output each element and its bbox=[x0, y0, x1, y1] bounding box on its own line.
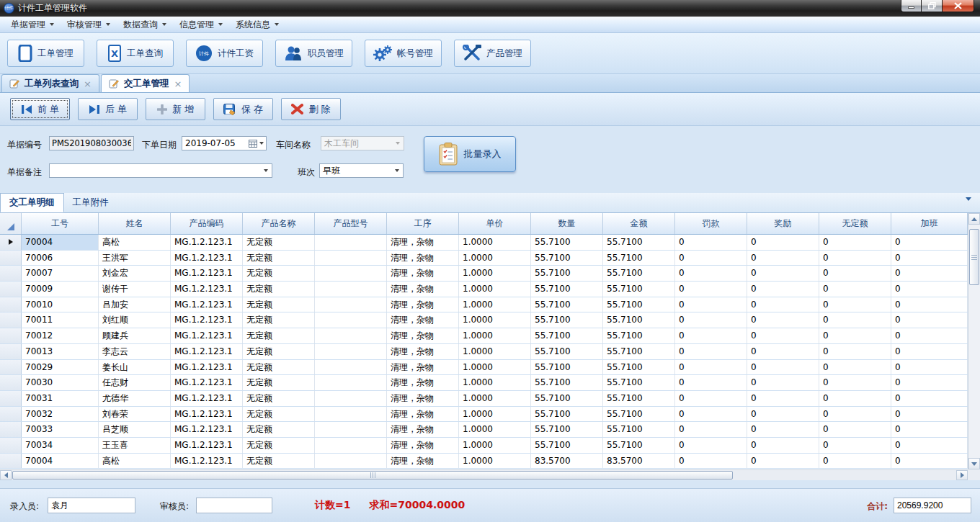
table-cell[interactable]: 0 bbox=[891, 282, 968, 297]
table-cell[interactable] bbox=[315, 282, 387, 297]
table-cell[interactable]: 清理，杂物 bbox=[387, 297, 459, 312]
table-cell[interactable]: 55.7100 bbox=[603, 422, 675, 437]
table-cell[interactable]: 无定额 bbox=[243, 407, 315, 422]
menu-item-document-mgmt[interactable]: 单据管理 bbox=[4, 17, 61, 32]
table-cell[interactable]: 0 bbox=[747, 438, 819, 453]
table-cell[interactable]: 0 bbox=[675, 297, 747, 312]
table-cell[interactable]: 0 bbox=[675, 312, 747, 328]
table-cell[interactable]: 0 bbox=[891, 407, 968, 422]
row-selector[interactable] bbox=[0, 375, 22, 390]
table-cell[interactable]: 0 bbox=[747, 312, 819, 328]
table-cell[interactable]: 清理，杂物 bbox=[387, 391, 459, 406]
table-cell[interactable]: MG.1.2.123.1 bbox=[171, 454, 243, 469]
table-cell[interactable]: 清理，杂物 bbox=[387, 235, 459, 250]
table-cell[interactable]: 1.0000 bbox=[459, 282, 531, 297]
table-cell[interactable]: 无定额 bbox=[243, 266, 315, 281]
auditor-field[interactable] bbox=[196, 498, 272, 513]
table-cell[interactable]: 55.7100 bbox=[531, 282, 603, 297]
table-row[interactable]: 70012顾建兵MG.1.2.123.1无定额清理，杂物1.000055.710… bbox=[0, 328, 968, 344]
column-header[interactable]: 产品编码 bbox=[171, 213, 243, 234]
table-cell[interactable]: 70010 bbox=[22, 297, 99, 312]
table-cell[interactable]: 1.0000 bbox=[459, 375, 531, 390]
table-cell[interactable]: 55.7100 bbox=[531, 235, 603, 250]
table-cell[interactable]: 55.7100 bbox=[603, 407, 675, 422]
table-cell[interactable]: 0 bbox=[819, 438, 891, 453]
table-cell[interactable]: 1.0000 bbox=[459, 235, 531, 250]
tab-close-icon[interactable]: × bbox=[84, 78, 92, 89]
table-cell[interactable]: 刘春荣 bbox=[99, 407, 171, 422]
row-selector[interactable] bbox=[0, 282, 22, 297]
tab-delivery-detail[interactable]: 交工单明细 bbox=[0, 193, 64, 212]
table-cell[interactable]: 高松 bbox=[99, 235, 171, 250]
table-cell[interactable]: 0 bbox=[891, 438, 968, 453]
row-selector[interactable] bbox=[0, 297, 22, 312]
table-cell[interactable]: 0 bbox=[819, 251, 891, 266]
table-cell[interactable]: 55.7100 bbox=[531, 266, 603, 281]
table-cell[interactable]: 83.5700 bbox=[603, 454, 675, 469]
table-cell[interactable]: 1.0000 bbox=[459, 266, 531, 281]
table-cell[interactable]: 0 bbox=[891, 251, 968, 266]
table-cell[interactable]: MG.1.2.123.1 bbox=[171, 328, 243, 343]
table-cell[interactable]: 0 bbox=[819, 282, 891, 297]
menu-item-data-query[interactable]: 数据查询 bbox=[117, 17, 173, 32]
table-cell[interactable] bbox=[315, 251, 387, 266]
table-cell[interactable] bbox=[315, 454, 387, 469]
scroll-down-button[interactable] bbox=[968, 458, 980, 469]
table-cell[interactable]: MG.1.2.123.1 bbox=[171, 391, 243, 406]
table-cell[interactable]: 55.7100 bbox=[603, 438, 675, 453]
row-selector[interactable] bbox=[0, 312, 22, 328]
table-cell[interactable]: 0 bbox=[675, 407, 747, 422]
table-cell[interactable]: MG.1.2.123.1 bbox=[171, 344, 243, 359]
table-cell[interactable]: 55.7100 bbox=[531, 422, 603, 437]
account-mgmt-button[interactable]: 帐号管理 bbox=[365, 40, 442, 67]
table-cell[interactable]: 55.7100 bbox=[603, 328, 675, 343]
table-cell[interactable]: 0 bbox=[675, 344, 747, 359]
table-cell[interactable] bbox=[315, 375, 387, 390]
table-cell[interactable]: 0 bbox=[747, 266, 819, 281]
table-cell[interactable]: 0 bbox=[675, 438, 747, 453]
table-cell[interactable]: 1.0000 bbox=[459, 251, 531, 266]
vertical-scroll-thumb[interactable] bbox=[969, 229, 979, 285]
table-cell[interactable]: 尤德华 bbox=[99, 391, 171, 406]
table-cell[interactable]: 清理，杂物 bbox=[387, 282, 459, 297]
table-cell[interactable]: 83.5700 bbox=[531, 454, 603, 469]
table-row[interactable]: 70010吕加安MG.1.2.123.1无定额清理，杂物1.000055.710… bbox=[0, 297, 968, 313]
table-cell[interactable]: 55.7100 bbox=[603, 375, 675, 390]
table-cell[interactable]: 无定额 bbox=[243, 438, 315, 453]
table-cell[interactable]: 0 bbox=[819, 344, 891, 359]
column-header[interactable]: 工号 bbox=[22, 213, 99, 234]
table-cell[interactable]: 70033 bbox=[22, 422, 99, 437]
order-date-picker[interactable]: 2019-07-05 bbox=[182, 136, 267, 150]
table-cell[interactable]: 清理，杂物 bbox=[387, 266, 459, 281]
table-cell[interactable]: 0 bbox=[819, 312, 891, 328]
scroll-left-button[interactable] bbox=[0, 470, 12, 480]
restore-button[interactable] bbox=[922, 0, 942, 12]
table-cell[interactable]: 1.0000 bbox=[459, 344, 531, 359]
table-cell[interactable]: 清理，杂物 bbox=[387, 407, 459, 422]
table-cell[interactable] bbox=[315, 438, 387, 453]
table-cell[interactable]: 0 bbox=[891, 454, 968, 469]
table-row[interactable]: 70006王洪军MG.1.2.123.1无定额清理，杂物1.000055.710… bbox=[0, 251, 968, 266]
table-cell[interactable]: 0 bbox=[891, 297, 968, 312]
table-cell[interactable]: MG.1.2.123.1 bbox=[171, 297, 243, 312]
product-mgmt-button[interactable]: 产品管理 bbox=[454, 40, 531, 67]
table-cell[interactable]: 清理，杂物 bbox=[387, 312, 459, 328]
table-cell[interactable]: 55.7100 bbox=[531, 407, 603, 422]
save-button[interactable]: 保 存 bbox=[213, 98, 273, 120]
table-cell[interactable]: 0 bbox=[891, 360, 968, 375]
table-cell[interactable]: 1.0000 bbox=[459, 407, 531, 422]
table-cell[interactable]: MG.1.2.123.1 bbox=[171, 360, 243, 375]
table-cell[interactable]: 无定额 bbox=[243, 454, 315, 469]
row-selector[interactable] bbox=[0, 407, 22, 422]
table-cell[interactable] bbox=[315, 312, 387, 328]
table-cell[interactable]: 0 bbox=[747, 454, 819, 469]
column-header[interactable]: 金额 bbox=[603, 213, 675, 234]
table-cell[interactable]: 顾建兵 bbox=[99, 328, 171, 343]
table-cell[interactable]: 55.7100 bbox=[603, 344, 675, 359]
table-cell[interactable]: MG.1.2.123.1 bbox=[171, 422, 243, 437]
row-selector[interactable] bbox=[0, 266, 22, 281]
table-cell[interactable]: 1.0000 bbox=[459, 438, 531, 453]
table-cell[interactable]: MG.1.2.123.1 bbox=[171, 407, 243, 422]
table-cell[interactable]: 0 bbox=[819, 360, 891, 375]
table-cell[interactable]: 姜长山 bbox=[99, 360, 171, 375]
